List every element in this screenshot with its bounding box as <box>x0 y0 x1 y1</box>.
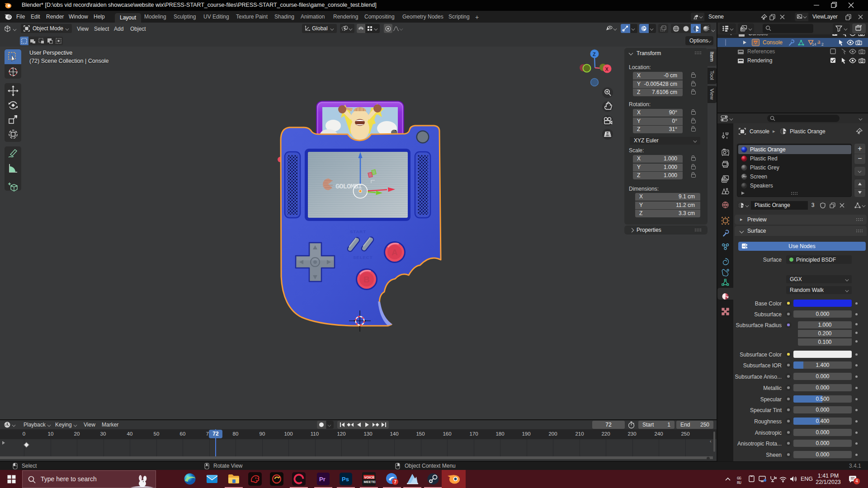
svg-text:VOICE: VOICE <box>364 475 375 479</box>
svg-text:X: X <box>605 66 609 72</box>
svg-text:B: B <box>363 275 370 284</box>
svg-text:7: 7 <box>394 479 397 484</box>
svg-text:Ps: Ps <box>342 476 349 483</box>
svg-text:Pr: Pr <box>319 476 326 483</box>
svg-text:Z: Z <box>593 52 596 57</box>
svg-text:MEETER: MEETER <box>364 480 376 484</box>
svg-text:A: A <box>392 248 398 257</box>
svg-text:GOLOMBI: GOLOMBI <box>335 183 362 191</box>
svg-text:SELECT: SELECT <box>353 255 373 260</box>
svg-text:START: START <box>350 229 366 234</box>
